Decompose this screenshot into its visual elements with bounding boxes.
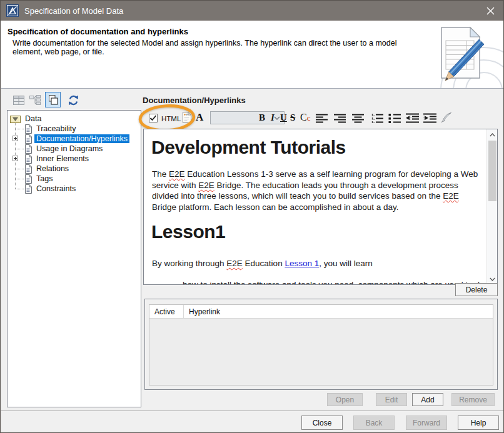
document-icon [24, 124, 32, 134]
hyperlink-table[interactable]: Active Hyperlink [149, 304, 493, 386]
back-button: Back [353, 416, 395, 430]
documentation-editor[interactable]: Development Tutorials The E2E Education … [143, 129, 498, 285]
column-header-hyperlink: Hyperlink [183, 305, 493, 318]
edit-button: Edit [376, 393, 407, 406]
overlap-view-button[interactable] [45, 92, 61, 107]
footer-separator [1, 411, 504, 411]
header-title: Specification of documentation and hyper… [8, 27, 188, 36]
overlap-view-icon [48, 95, 58, 105]
align-left-button[interactable] [316, 114, 328, 123]
document-icon [24, 144, 32, 154]
chevron-down-icon [274, 116, 280, 120]
bullet-list-button[interactable] [388, 114, 401, 123]
font-button[interactable]: A [196, 111, 203, 124]
misspelled-word: E2E [443, 191, 459, 201]
scrollbar-thumb[interactable] [488, 141, 496, 201]
tree-item-traceability[interactable]: Traceability [24, 124, 78, 134]
align-right-button[interactable] [334, 114, 346, 123]
editor-paragraph-2: By working through E2E Education Lesson … [152, 258, 490, 269]
tree-item-usage-in-diagrams[interactable]: Usage in Diagrams [24, 144, 104, 154]
lesson-1-link[interactable]: Lesson 1 [285, 259, 319, 268]
delete-button[interactable]: Delete [455, 283, 498, 296]
refresh-icon [68, 95, 79, 106]
editor-scrollbar[interactable] [486, 129, 497, 284]
panel-title: Documentation/Hyperlinks [143, 96, 246, 105]
bullet-list-icon [388, 114, 401, 123]
document-icon [24, 164, 32, 174]
expand-icon[interactable] [13, 156, 18, 161]
document-icon [24, 134, 32, 144]
hyperlink-table-header: Active Hyperlink [149, 305, 493, 319]
outdent-button[interactable] [406, 113, 419, 123]
chevron-down-icon [490, 277, 495, 281]
numbered-list-icon [371, 114, 383, 123]
underline-button[interactable]: U [280, 112, 287, 123]
refresh-button[interactable] [66, 93, 81, 107]
tree-item-label: Relations [34, 164, 71, 173]
grid-view-icon [13, 96, 24, 105]
specification-dialog: Specification of Model Data Specificatio… [0, 0, 504, 433]
title-bar: Specification of Model Data [1, 1, 504, 21]
editor-heading-1: Development Tutorials [151, 137, 346, 158]
editor-clipped-line: how to install the software and tools yo… [183, 279, 483, 285]
tree-item-constraints[interactable]: Constraints [24, 184, 78, 194]
misspelled-word: E2E [226, 259, 243, 268]
hyperlink-quill-button[interactable] [441, 112, 452, 123]
tree-item-label: Usage in Diagrams [34, 144, 104, 153]
magicdraw-app-icon [6, 4, 19, 17]
spec-tree: Data Traceability Documentation/Hyperlin… [7, 110, 141, 407]
change-case-button[interactable]: Cc [300, 112, 310, 123]
misspelled-word: E2E [169, 169, 185, 179]
quill-icon [441, 112, 452, 123]
editor-paragraph-1: The E2E Education Lessons 1-3 serve as a… [152, 169, 481, 212]
tree-item-label: Constraints [34, 184, 78, 193]
align-center-button[interactable] [352, 114, 364, 123]
editor-heading-2: Lesson1 [151, 221, 225, 242]
case-lower: c [307, 113, 311, 122]
numbered-list-button[interactable] [371, 114, 383, 123]
outdent-icon [406, 113, 419, 123]
scroll-up-button[interactable] [487, 129, 498, 140]
tree-item-label: Data [23, 114, 43, 123]
italic-button[interactable]: I [271, 112, 275, 123]
tree-item-relations[interactable]: Relations [24, 164, 71, 174]
package-icon [10, 115, 21, 123]
bold-button[interactable]: B [259, 112, 265, 123]
tree-item-label: Documentation/Hyperlinks [34, 134, 129, 143]
tree-view-button[interactable] [28, 93, 43, 107]
grid-view-button[interactable] [11, 93, 26, 107]
close-button[interactable] [476, 1, 504, 21]
html-checkbox[interactable] [149, 114, 158, 122]
tree-item-inner-elements[interactable]: Inner Elements [24, 154, 91, 164]
tree-connector [15, 189, 24, 189]
strikethrough-button[interactable]: S [290, 112, 295, 123]
tree-item-label: Inner Elements [34, 154, 91, 163]
misspelled-word: E2E [198, 181, 214, 190]
hyperlink-group: Active Hyperlink [144, 299, 498, 390]
remove-button: Remove [451, 393, 495, 406]
markup-page-button[interactable] [182, 112, 191, 123]
header-description: Write documentation for the selected Mod… [13, 39, 425, 56]
tree-connector [15, 129, 24, 129]
markup-page-icon [182, 112, 191, 123]
tree-item-data[interactable]: Data [10, 114, 43, 124]
help-button[interactable]: Help [458, 416, 499, 430]
window-title: Specification of Model Data [24, 6, 123, 16]
tree-connector [15, 149, 24, 149]
forward-button: Forward [406, 416, 447, 430]
document-icon [24, 174, 32, 184]
tree-item-label: Tags [34, 174, 54, 183]
document-icon [24, 184, 32, 194]
tree-item-documentation-hyperlinks[interactable]: Documentation/Hyperlinks [24, 134, 129, 144]
add-button[interactable]: Add [412, 393, 443, 406]
html-checkbox-label: HTML [161, 115, 181, 122]
tree-connector [15, 169, 24, 169]
chevron-up-icon [490, 133, 495, 137]
tree-item-tags[interactable]: Tags [24, 174, 54, 184]
case-upper: C [300, 112, 307, 122]
indent-icon [423, 113, 436, 123]
indent-button[interactable] [423, 113, 436, 123]
expand-icon[interactable] [13, 136, 18, 141]
close-dialog-button[interactable]: Close [301, 416, 343, 430]
document-icon [24, 154, 32, 164]
